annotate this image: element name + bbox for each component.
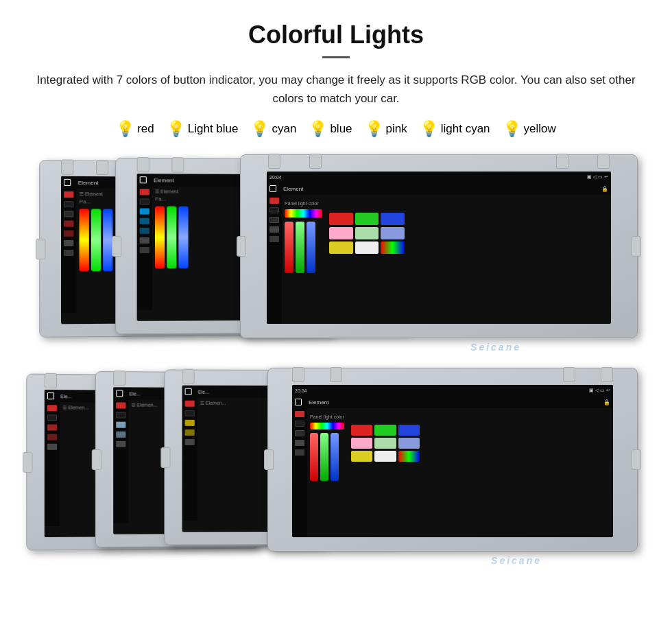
bulb-icon-lightblue: 💡 bbox=[167, 120, 185, 138]
bar-red-1 bbox=[80, 209, 89, 272]
element-label-2: Element bbox=[154, 177, 174, 183]
color-item-pink: 💡 pink bbox=[365, 120, 407, 138]
bot-elem-3: Ele... bbox=[198, 390, 209, 394]
status-bar-3: 20:04 ▣ ◁ ▭ ↩ bbox=[267, 172, 611, 182]
bot-sbtn-2c bbox=[116, 422, 125, 428]
bot-menu-lbl-3: Elemen... bbox=[206, 401, 226, 406]
bracket-tl bbox=[61, 160, 73, 175]
color-label-lightblue: Light blue bbox=[188, 122, 239, 136]
bot-body-4: Panel light color bbox=[292, 408, 613, 537]
bot-time-4: 20:04 bbox=[295, 388, 586, 393]
top-device-group: Element bbox=[27, 154, 645, 357]
bot-bracket-2a bbox=[113, 371, 125, 386]
lock-icon-3: 🔒 bbox=[601, 186, 608, 192]
vert-bars-3 bbox=[285, 222, 322, 273]
panel-label-3: Panel light color bbox=[285, 201, 322, 206]
side-btn-4 bbox=[64, 221, 73, 227]
color-label-blue: blue bbox=[330, 122, 352, 136]
side-btn-6 bbox=[64, 240, 73, 246]
bot-main-4: Panel light color bbox=[307, 408, 613, 537]
bracket-2-sl bbox=[112, 236, 121, 257]
bot-sbtn-4a bbox=[295, 411, 304, 417]
bot-sw-ye-4 bbox=[351, 451, 372, 462]
bot-swatch-grid-4 bbox=[351, 425, 420, 462]
side-btn-3 bbox=[64, 211, 73, 217]
side-btn-3c bbox=[269, 217, 279, 223]
swatch-grid-3 bbox=[329, 213, 405, 254]
color-row: 💡 red 💡 Light blue 💡 cyan 💡 blue 💡 pink … bbox=[27, 120, 645, 138]
side-btn-2b bbox=[140, 199, 149, 205]
bracket-3-sr bbox=[632, 236, 641, 257]
side-btn-2 bbox=[64, 202, 73, 208]
sw-red-3 bbox=[329, 213, 353, 225]
bot-menu-icon-3: ☰ bbox=[200, 401, 204, 406]
home-icon-1 bbox=[64, 179, 71, 186]
bot-side-2 bbox=[113, 400, 128, 523]
bot-sw-b-4 bbox=[398, 425, 420, 436]
nav-bar-3: Element 🔒 bbox=[267, 182, 611, 195]
bar-r-2 bbox=[155, 207, 165, 269]
bot-bracket-4a bbox=[292, 367, 304, 382]
color-item-lightcyan: 💡 light cyan bbox=[420, 120, 490, 138]
title-divider bbox=[322, 56, 350, 58]
bottom-device-4: 20:04 ▣ ◁ ▭ ↩ Element 🔒 bbox=[267, 368, 638, 552]
bulb-icon-lightcyan: 💡 bbox=[420, 120, 438, 138]
bot-vbar-r-4 bbox=[310, 433, 318, 481]
bracket-3-t2 bbox=[309, 154, 322, 169]
color-label-pink: pink bbox=[386, 122, 407, 136]
bot-sbtn-2d bbox=[116, 432, 125, 438]
bot-home-4 bbox=[295, 399, 302, 405]
color-item-cyan: 💡 cyan bbox=[250, 120, 296, 138]
element-label-3: Element bbox=[283, 186, 597, 192]
vbar-g-3 bbox=[296, 222, 304, 273]
sw-yel-3 bbox=[329, 242, 353, 254]
sw-mint-3 bbox=[355, 227, 379, 239]
side-btn-2a bbox=[140, 189, 149, 196]
bot-screen-content-4: 20:04 ▣ ◁ ▭ ↩ Element 🔒 bbox=[292, 385, 613, 537]
bot-bracket-2sl bbox=[92, 449, 101, 470]
bulb-icon-cyan: 💡 bbox=[250, 120, 269, 138]
bot-status-4: 20:04 ▣ ◁ ▭ ↩ bbox=[292, 385, 613, 396]
menu-icon-1: ☰ bbox=[80, 192, 84, 198]
bot-sbtn-1a bbox=[47, 405, 57, 412]
bottom-device-group: Ele... ☰ Elemen.. bbox=[27, 368, 645, 570]
bot-sw-r-4 bbox=[351, 425, 372, 436]
bot-sw-wh-4 bbox=[374, 451, 396, 462]
bar-g-2 bbox=[167, 207, 176, 269]
color-label-red: red bbox=[137, 122, 154, 136]
bot-sbtn-4d bbox=[295, 440, 304, 446]
bot-menu-icon-1: ☰ bbox=[62, 405, 67, 411]
bracket-sl bbox=[36, 239, 45, 259]
bot-home-2 bbox=[116, 390, 123, 397]
bracket-2-tl bbox=[137, 157, 149, 172]
status-icons-3: ▣ ◁ ▭ ↩ bbox=[587, 174, 608, 180]
bot-sbtn-2b bbox=[116, 412, 125, 419]
bot-right-4 bbox=[351, 425, 420, 534]
page-description: Integrated with 7 colors of button indic… bbox=[34, 71, 638, 108]
bot-menu-icon-2: ☰ bbox=[131, 403, 135, 408]
color-item-red: 💡 red bbox=[116, 120, 154, 138]
status-time-3: 20:04 bbox=[269, 175, 584, 180]
sw-blue-3 bbox=[381, 213, 405, 225]
sw-grad-3 bbox=[381, 242, 405, 254]
bot-bracket-1a bbox=[45, 373, 57, 388]
side-btn-5 bbox=[64, 231, 73, 237]
sw-pink-3 bbox=[329, 227, 353, 239]
bot-sbtn-3a bbox=[185, 401, 195, 407]
bot-menu-lbl-1: Elemen... bbox=[68, 405, 88, 411]
color-label-cyan: cyan bbox=[272, 122, 296, 136]
element-label-1: Element bbox=[78, 180, 99, 186]
rainbow-bar-3 bbox=[285, 209, 322, 217]
bot-sbtn-2e bbox=[116, 441, 125, 447]
bot-left-4: Panel light color bbox=[310, 414, 344, 534]
menu-label-1: Element bbox=[85, 192, 103, 198]
bot-sbtn-3b bbox=[185, 410, 195, 416]
color-item-lightblue: 💡 Light blue bbox=[167, 120, 239, 138]
bot-sbtn-2a bbox=[116, 403, 125, 409]
bot-sbtn-1e bbox=[47, 444, 57, 450]
bot-sbtn-1c bbox=[47, 425, 57, 431]
bot-home-3 bbox=[185, 388, 192, 395]
side-btn-3b bbox=[269, 207, 279, 213]
side-btn-3a bbox=[269, 198, 279, 204]
side-btn-2f bbox=[140, 237, 149, 244]
